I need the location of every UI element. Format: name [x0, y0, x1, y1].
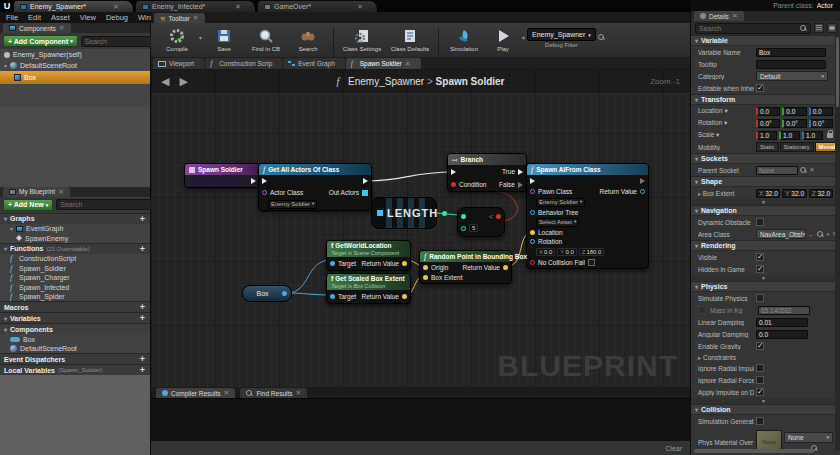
- variables-section-header[interactable]: ▾ Variables +: [0, 312, 150, 323]
- components-panel-tab[interactable]: Components ✕: [3, 23, 71, 33]
- actor-class-dropdown[interactable]: Enemy Soldier▾: [268, 200, 317, 209]
- expander-icon[interactable]: ▾: [4, 215, 7, 222]
- rotation-z-field[interactable]: Z180.0: [579, 248, 605, 256]
- blueprint-graph-canvas[interactable]: ◀ ▶ f Enemy_Spawner > Spawn Soldier Zoom…: [151, 69, 690, 387]
- node-compare-less-than[interactable]: < 5: [457, 207, 505, 237]
- class-settings-button[interactable]: Class Settings: [339, 26, 385, 52]
- apply-impulse-on-damage-checkbox[interactable]: [756, 388, 764, 396]
- details-scrollbar[interactable]: [835, 35, 840, 451]
- local-variables-section-header[interactable]: Local Variables (Spawn_Soldier) +: [0, 364, 150, 375]
- graphs-section-header[interactable]: ▾ Graphs +: [0, 213, 150, 224]
- location-x-input[interactable]: 0.0: [756, 107, 780, 116]
- menu-asset[interactable]: Asset: [51, 13, 70, 22]
- node-get-all-actors-of-class[interactable]: f Get All Actors Of Class Actor Class Ou…: [258, 163, 372, 211]
- simulation-generates-hit-events-checkbox[interactable]: [756, 417, 764, 425]
- function-item-spawn-charger[interactable]: f Spawn_Charger: [0, 273, 150, 283]
- section-collision[interactable]: ▾Collision: [691, 404, 836, 415]
- function-item-spawn-infected[interactable]: f Spawn_Infected: [0, 282, 150, 292]
- menu-view[interactable]: View: [80, 13, 96, 22]
- section-variable[interactable]: ▾Variable: [691, 35, 836, 46]
- search-button[interactable]: Search: [288, 26, 328, 52]
- area-class-dropdown[interactable]: NavArea_Obst▾: [756, 229, 806, 239]
- details-search[interactable]: [695, 23, 811, 34]
- simulate-physics-checkbox[interactable]: [756, 294, 764, 302]
- actor-class-pin[interactable]: [262, 190, 267, 195]
- rotation-pin[interactable]: [530, 239, 535, 244]
- details-search-input[interactable]: [699, 25, 798, 32]
- exec-out-pin[interactable]: [251, 178, 256, 184]
- int-a-pin[interactable]: [461, 214, 466, 219]
- play-button[interactable]: Play: [486, 26, 520, 52]
- simulation-button[interactable]: Simulation: [444, 26, 484, 52]
- component-item-box[interactable]: Box: [0, 71, 150, 84]
- components-category-header[interactable]: ▾ Components: [0, 323, 150, 334]
- tooltip-input[interactable]: [756, 60, 826, 69]
- section-transform[interactable]: ▾Transform: [691, 94, 836, 105]
- node-spawn-soldier[interactable]: Spawn Soldier: [184, 163, 260, 188]
- asset-tab-enemy-spawner[interactable]: Enemy_Spawner* ✕: [14, 1, 134, 12]
- tab-construction-script[interactable]: f Construction Scrip: [205, 58, 282, 69]
- play-options-chevron[interactable]: ▾: [522, 34, 525, 41]
- close-icon[interactable]: ✕: [58, 188, 64, 196]
- length-out-pin[interactable]: [442, 211, 447, 216]
- close-icon[interactable]: ✕: [296, 389, 302, 397]
- details-panel-tab[interactable]: Details ✕: [694, 11, 744, 21]
- node-random-point-in-bounding-box[interactable]: f Random Point in Bounding Box Origin Re…: [419, 250, 512, 284]
- enable-gravity-checkbox[interactable]: [756, 342, 764, 350]
- expander-icon[interactable]: ▾: [4, 326, 7, 333]
- clear-socket-icon[interactable]: ✕: [809, 166, 815, 174]
- event-dispatchers-section-header[interactable]: Event Dispatchers +: [0, 353, 150, 364]
- no-collision-fail-checkbox[interactable]: [588, 259, 595, 266]
- mobility-movable-option[interactable]: Movable: [815, 142, 836, 152]
- eventgraph-item[interactable]: ▾ EventGraph: [0, 224, 150, 234]
- editable-when-inherited-checkbox[interactable]: [756, 84, 764, 92]
- box-out-pin[interactable]: [282, 291, 287, 296]
- box-extent-z-input[interactable]: Z 32.0: [809, 189, 833, 198]
- add-new-button[interactable]: + Add New▾: [3, 199, 53, 211]
- location-z-input[interactable]: 0.0: [809, 107, 833, 116]
- mobility-static-option[interactable]: Static: [756, 142, 779, 152]
- compiler-results-tab[interactable]: Compiler Results ✕: [156, 388, 235, 398]
- category-dropdown[interactable]: Default▾: [756, 71, 828, 81]
- add-dispatcher-button[interactable]: +: [140, 354, 148, 364]
- box-extent-y-input[interactable]: Y 32.0: [782, 189, 806, 198]
- location-pin[interactable]: [530, 230, 535, 235]
- phys-material-thumbnail[interactable]: None: [756, 430, 782, 451]
- phys-material-dropdown[interactable]: None▾: [784, 432, 833, 443]
- class-defaults-button[interactable]: Class Defaults: [387, 26, 433, 52]
- section-shape[interactable]: ▾Shape: [691, 176, 836, 187]
- close-icon[interactable]: ✕: [224, 389, 230, 397]
- int-b-field[interactable]: 5: [469, 224, 478, 232]
- return-value-pin[interactable]: [640, 189, 645, 194]
- return-value-pin[interactable]: [503, 265, 508, 270]
- exec-in-pin[interactable]: [451, 169, 456, 175]
- add-local-variable-button[interactable]: +: [140, 365, 148, 375]
- exec-out-pin[interactable]: [640, 178, 645, 184]
- browse-icon[interactable]: [817, 231, 824, 238]
- function-item-spawn-spider[interactable]: f Spawn_Spider: [0, 292, 150, 302]
- bool-out-pin[interactable]: [496, 214, 501, 219]
- compile-button[interactable]: ✓ Compile: [157, 26, 197, 52]
- add-icon[interactable]: +: [826, 231, 830, 238]
- my-blueprint-search[interactable]: [56, 199, 164, 210]
- variable-item-defaultsceneroot[interactable]: DefaultSceneRoot: [0, 344, 150, 354]
- close-icon[interactable]: ✕: [59, 24, 65, 32]
- out-actors-pin[interactable]: [362, 190, 368, 196]
- asset-tab-gameover[interactable]: GameOver* ✕: [258, 1, 378, 12]
- angular-damping-input[interactable]: 0.0: [756, 330, 808, 339]
- parent-class-link[interactable]: Actor: [817, 2, 833, 9]
- expander-icon[interactable]: ▾: [4, 315, 7, 322]
- function-item-constructionscript[interactable]: f ConstructionScript: [0, 254, 150, 264]
- node-array-length[interactable]: LENGTH: [371, 197, 437, 229]
- add-macro-button[interactable]: +: [140, 302, 148, 312]
- ignore-radial-force-checkbox[interactable]: [756, 376, 764, 384]
- view-options-icon[interactable]: [827, 23, 837, 33]
- pawn-class-pin[interactable]: [530, 189, 535, 194]
- rotation-x-field[interactable]: X0.0: [536, 248, 555, 256]
- true-exec-pin[interactable]: [518, 169, 523, 175]
- toolbar-panel-tab[interactable]: ⚒ Toolbar ✕: [154, 13, 205, 23]
- no-collision-fail-pin[interactable]: [530, 260, 535, 265]
- save-button[interactable]: Save: [204, 26, 244, 52]
- node-box-variable[interactable]: Box: [242, 285, 292, 302]
- function-item-spawn-soldier[interactable]: f Spawn_Soldier: [0, 263, 150, 273]
